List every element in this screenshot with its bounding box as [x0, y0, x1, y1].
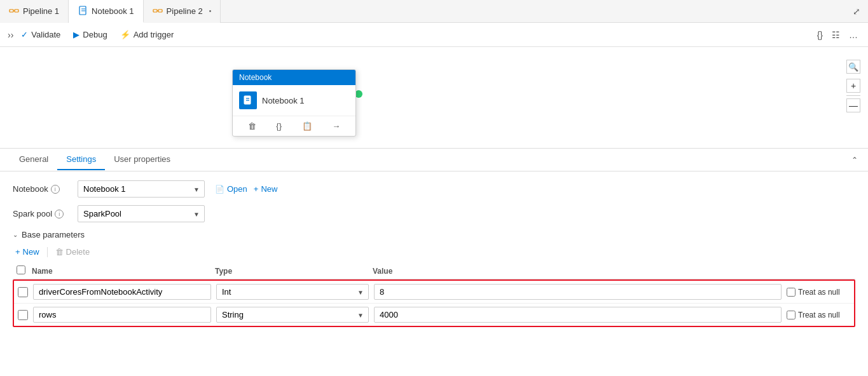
param-row2-checkbox[interactable]	[18, 310, 28, 320]
param-row2-type[interactable]: Int String Bool Float	[216, 307, 369, 323]
param-row1-checkbox[interactable]	[18, 287, 28, 297]
pipeline-icon	[9, 6, 19, 17]
notebook-select-wrap: Notebook 1 ▼	[78, 180, 205, 198]
treat-null-text-2: Treat as null	[798, 311, 840, 319]
card-connect-btn[interactable]: →	[328, 120, 344, 132]
param-row2-value[interactable]	[374, 307, 782, 323]
tab-user-properties[interactable]: User properties	[105, 149, 179, 170]
select-all-checkbox[interactable]	[17, 265, 25, 274]
card-code-btn[interactable]: {}	[272, 120, 286, 132]
toolbar-nav-icon: ››	[8, 30, 13, 40]
notebook-card-body: Notebook 1	[233, 85, 355, 116]
panel-tab-group: General Settings User properties	[10, 149, 179, 170]
tab-settings-label: Settings	[66, 154, 96, 164]
toolbar-right: {} ☷ …	[815, 27, 860, 43]
new-param-plus-icon: +	[15, 247, 20, 257]
tab-settings[interactable]: Settings	[57, 149, 105, 170]
open-notebook-btn[interactable]: 📄 Open	[215, 184, 247, 194]
header-checkbox-col	[17, 265, 27, 276]
zoom-in-btn[interactable]: +	[846, 79, 860, 93]
spark-pool-select-wrap: SparkPool ▼	[78, 205, 205, 222]
param-row2-treat-null-checkbox[interactable]	[787, 311, 796, 319]
tab-general-label: General	[19, 154, 48, 164]
add-trigger-label: Add trigger	[134, 30, 174, 39]
open-label: Open	[227, 184, 247, 194]
param-row1-value[interactable]	[374, 284, 782, 300]
panel-collapse-btn[interactable]: ⌃	[851, 156, 858, 164]
param-row1-treat-null-label: Treat as null	[787, 288, 850, 297]
notebook-form-row: Notebook i Notebook 1 ▼ 📄 Open + New	[13, 180, 855, 198]
notebook-card-name: Notebook 1	[262, 96, 305, 105]
debug-icon: ▶	[73, 30, 79, 39]
new-param-btn[interactable]: + New	[13, 246, 42, 258]
plus-icon: +	[254, 184, 259, 194]
new-notebook-btn[interactable]: + New	[254, 184, 278, 194]
param-row-1: Int String Bool Float ▼ Treat as null	[14, 281, 854, 304]
tab-bar: Pipeline 1 Notebook 1 Pipeline 2 • ⤢	[0, 0, 868, 23]
code-btn[interactable]: {}	[815, 27, 825, 43]
spark-pool-form-row: Spark pool i SparkPool ▼	[13, 205, 855, 222]
chevron-icon: ⌄	[13, 231, 18, 238]
param-row1-name[interactable]	[33, 284, 211, 300]
treat-null-text-1: Treat as null	[798, 288, 840, 297]
param-row1-treat-null-checkbox[interactable]	[787, 288, 796, 297]
validate-icon: ✓	[21, 30, 28, 39]
notebook-field-label: Notebook i	[13, 184, 70, 194]
notebook-action-btns: 📄 Open + New	[215, 184, 277, 194]
tab-general[interactable]: General	[10, 149, 57, 170]
expand-btn[interactable]: ⤢	[850, 4, 863, 19]
tab-pipeline1-label: Pipeline 1	[23, 6, 59, 16]
delete-icon: 🗑	[55, 247, 64, 257]
toolbar: ›› ✓ Validate ▶ Debug ⚡ Add trigger {} ☷…	[0, 23, 868, 47]
notebook-card-header: Notebook	[233, 70, 355, 85]
notebook-card-footer: 🗑 {} 📋 →	[233, 116, 355, 136]
header-name-col: Name	[32, 267, 210, 276]
panel-tab-bar: General Settings User properties ⌃	[0, 149, 868, 171]
params-toolbar: + New 🗑 Delete	[13, 246, 855, 258]
svg-rect-6	[153, 10, 157, 12]
new-param-label: New	[23, 247, 39, 257]
bottom-panel: General Settings User properties ⌃ Noteb…	[0, 149, 868, 336]
delete-param-btn[interactable]: 🗑 Delete	[53, 246, 93, 258]
notebook-card[interactable]: Notebook Notebook 1 🗑 {} 📋 →	[232, 69, 356, 137]
header-type-col: Type	[215, 267, 368, 276]
debug-label: Debug	[83, 30, 107, 39]
tab-notebook1[interactable]: Notebook 1	[69, 0, 144, 23]
notebook-body-icon	[239, 91, 257, 109]
zoom-controls: 🔍 + —	[846, 60, 860, 112]
param-row2-name[interactable]	[33, 307, 211, 323]
trigger-icon: ⚡	[120, 30, 130, 39]
spark-pool-select[interactable]: SparkPool	[78, 205, 205, 222]
base-parameters-header: ⌄ Base parameters	[13, 230, 855, 239]
tab-bar-right-actions: ⤢	[850, 4, 868, 19]
canvas-area: Notebook Notebook 1 🗑 {} 📋 → 🔍 + —	[0, 47, 868, 149]
template-btn[interactable]: ☷	[829, 27, 843, 43]
debug-button[interactable]: ▶ Debug	[68, 27, 112, 42]
params-toolbar-divider	[47, 247, 48, 257]
tab-pipeline2-close[interactable]: •	[209, 8, 212, 15]
notebook-info-icon[interactable]: i	[51, 185, 60, 194]
param-row1-type-wrap: Int String Bool Float ▼	[216, 284, 369, 300]
search-canvas-btn[interactable]: 🔍	[846, 60, 860, 74]
settings-content: Notebook i Notebook 1 ▼ 📄 Open + New	[0, 171, 868, 336]
card-delete-btn[interactable]: 🗑	[244, 120, 260, 132]
pipeline2-icon	[153, 6, 163, 17]
card-copy-btn[interactable]: 📋	[298, 120, 316, 132]
header-value-col: Value	[373, 267, 851, 276]
open-icon: 📄	[215, 185, 224, 194]
tab-notebook1-label: Notebook 1	[92, 6, 134, 16]
tab-pipeline1[interactable]: Pipeline 1	[0, 0, 69, 23]
validate-button[interactable]: ✓ Validate	[16, 27, 65, 42]
spark-pool-info-icon[interactable]: i	[55, 210, 64, 218]
tab-pipeline2[interactable]: Pipeline 2 •	[144, 0, 221, 23]
notebook-select[interactable]: Notebook 1	[78, 180, 205, 198]
param-row1-type[interactable]: Int String Bool Float	[216, 284, 369, 300]
params-column-headers: Name Type Value	[13, 263, 855, 279]
spark-pool-label: Spark pool i	[13, 209, 70, 218]
more-btn[interactable]: …	[846, 27, 860, 43]
param-row2-type-wrap: Int String Bool Float ▼	[216, 307, 369, 323]
zoom-out-btn[interactable]: —	[846, 98, 860, 112]
add-trigger-button[interactable]: ⚡ Add trigger	[115, 27, 179, 42]
param-row2-treat-null-label: Treat as null	[787, 311, 850, 319]
validate-label: Validate	[31, 30, 60, 39]
